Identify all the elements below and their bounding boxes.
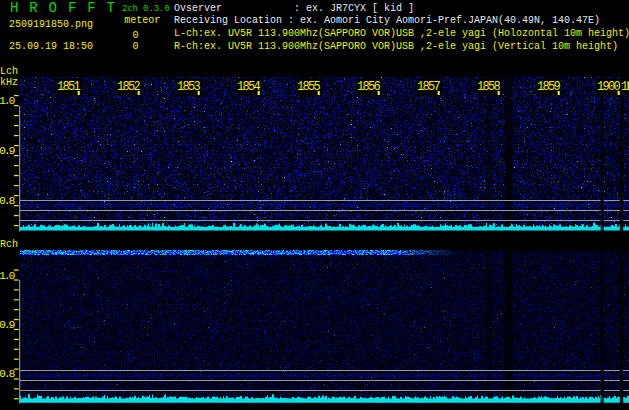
svg-text:1859: 1859 [537, 80, 561, 94]
svg-text:1853: 1853 [177, 80, 201, 94]
svg-text:0: 0 [132, 30, 138, 41]
svg-text:1854: 1854 [237, 80, 261, 94]
svg-text:0.8: 0.8 [0, 367, 16, 380]
svg-text:Receiving Location : ex. Aomor: Receiving Location : ex. Aomori City Aom… [174, 15, 600, 26]
svg-text:0.9: 0.9 [0, 144, 16, 157]
svg-text:1900: 1900 [597, 80, 621, 94]
svg-text:1852: 1852 [117, 80, 141, 94]
svg-text:Rch: Rch [0, 239, 18, 250]
svg-text:kHz: kHz [0, 77, 18, 88]
svg-text:HROFFT: HROFFT [10, 0, 126, 16]
svg-text:1855: 1855 [297, 80, 321, 94]
svg-text:meteor: meteor [124, 15, 160, 26]
svg-text:1.0: 1.0 [0, 94, 16, 107]
svg-text:0.8: 0.8 [0, 194, 16, 207]
svg-text:Lch: Lch [0, 66, 18, 77]
svg-text:2ch 0.3.0: 2ch 0.3.0 [122, 4, 170, 14]
svg-text:L-ch:ex. UV5R 113.900Mhz(SAPPO: L-ch:ex. UV5R 113.900Mhz(SAPPORO VOR)USB… [174, 28, 629, 39]
svg-text:1851: 1851 [57, 80, 81, 94]
svg-text:1.0: 1.0 [0, 269, 16, 282]
svg-text:25.09.19 18:50: 25.09.19 18:50 [9, 41, 93, 52]
svg-text:R-ch:ex. UV5R 113.900Mhz(SAPPO: R-ch:ex. UV5R 113.900Mhz(SAPPORO VOR)USB… [174, 41, 618, 52]
svg-text:2509191850.png: 2509191850.png [9, 19, 93, 30]
svg-text:1857: 1857 [417, 80, 441, 94]
svg-text:0.9: 0.9 [0, 318, 16, 331]
svg-text:0: 0 [132, 41, 138, 52]
svg-text:1856: 1856 [357, 80, 381, 94]
svg-text:1858: 1858 [477, 80, 501, 94]
svg-text:Ovserver : ex. JR7C: Ovserver : ex. JR7CYX [ kid ] [174, 3, 414, 14]
